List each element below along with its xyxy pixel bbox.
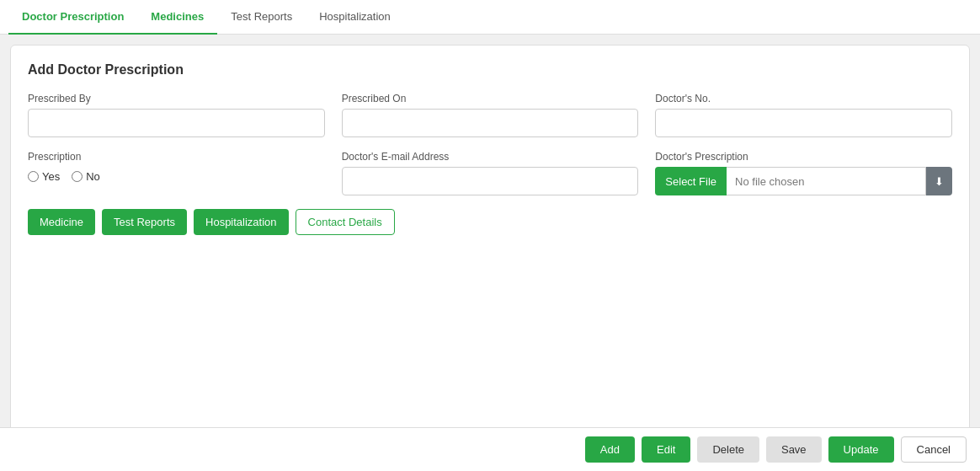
prescribed-on-input[interactable] bbox=[342, 109, 639, 137]
add-button[interactable]: Add bbox=[585, 436, 635, 463]
contact-details-button[interactable]: Contact Details bbox=[296, 209, 395, 235]
save-button[interactable]: Save bbox=[766, 436, 822, 463]
doctors-no-group: Doctor's No. bbox=[655, 93, 952, 137]
footer-bar: Add Edit Delete Save Update Cancel bbox=[0, 427, 980, 471]
tab-hospitalization[interactable]: Hospitalization bbox=[306, 0, 404, 35]
prescribed-by-input[interactable] bbox=[28, 109, 325, 137]
doctors-no-input[interactable] bbox=[655, 109, 952, 137]
form-row-1: Prescribed By Prescribed On Doctor's No. bbox=[28, 93, 952, 137]
radio-no-text: No bbox=[86, 170, 100, 183]
card: Add Doctor Prescription Prescribed By Pr… bbox=[10, 45, 970, 427]
doctors-email-label: Doctor's E-mail Address bbox=[342, 151, 639, 163]
prescribed-on-label: Prescribed On bbox=[342, 93, 639, 104]
tabs-bar: Doctor Prescription Medicines Test Repor… bbox=[0, 0, 980, 35]
test-reports-button[interactable]: Test Reports bbox=[102, 209, 187, 235]
update-button[interactable]: Update bbox=[828, 436, 894, 463]
no-file-text: No file chosen bbox=[727, 167, 926, 195]
radio-yes-label[interactable]: Yes bbox=[28, 170, 60, 183]
prescribed-on-group: Prescribed On bbox=[342, 93, 639, 137]
radio-yes-text: Yes bbox=[42, 170, 60, 183]
doctors-no-label: Doctor's No. bbox=[655, 93, 952, 104]
form-row-2: Prescription Yes No Doctor's E-mail Addr… bbox=[28, 151, 952, 195]
card-title: Add Doctor Prescription bbox=[28, 62, 952, 78]
edit-button[interactable]: Edit bbox=[642, 436, 690, 463]
tab-doctor-prescription[interactable]: Doctor Prescription bbox=[8, 0, 137, 35]
medicine-button[interactable]: Medicine bbox=[28, 209, 95, 235]
doctors-email-input[interactable] bbox=[342, 167, 639, 195]
download-button[interactable]: ⬇ bbox=[926, 167, 952, 195]
prescription-label: Prescription bbox=[28, 151, 325, 163]
prescription-group: Prescription Yes No bbox=[28, 151, 325, 183]
radio-no[interactable] bbox=[72, 171, 83, 182]
hospitalization-button[interactable]: Hospitalization bbox=[194, 209, 289, 235]
action-buttons-row: Medicine Test Reports Hospitalization Co… bbox=[28, 209, 952, 235]
tab-medicines[interactable]: Medicines bbox=[137, 0, 217, 35]
doctors-email-group: Doctor's E-mail Address bbox=[342, 151, 639, 195]
prescribed-by-group: Prescribed By bbox=[28, 93, 325, 137]
radio-no-label[interactable]: No bbox=[72, 170, 100, 183]
prescription-radio-group: Yes No bbox=[28, 167, 325, 183]
radio-yes[interactable] bbox=[28, 171, 39, 182]
cancel-button[interactable]: Cancel bbox=[901, 436, 967, 463]
delete-button[interactable]: Delete bbox=[697, 436, 759, 463]
select-file-button[interactable]: Select File bbox=[655, 167, 727, 195]
download-icon: ⬇ bbox=[935, 175, 944, 188]
tab-test-reports[interactable]: Test Reports bbox=[217, 0, 306, 35]
file-upload-group: Select File No file chosen ⬇ bbox=[655, 167, 952, 195]
doctors-prescription-group: Doctor's Prescription Select File No fil… bbox=[655, 151, 952, 195]
doctors-prescription-label: Doctor's Prescription bbox=[655, 151, 952, 163]
prescribed-by-label: Prescribed By bbox=[28, 93, 325, 104]
main-content: Add Doctor Prescription Prescribed By Pr… bbox=[0, 35, 980, 427]
